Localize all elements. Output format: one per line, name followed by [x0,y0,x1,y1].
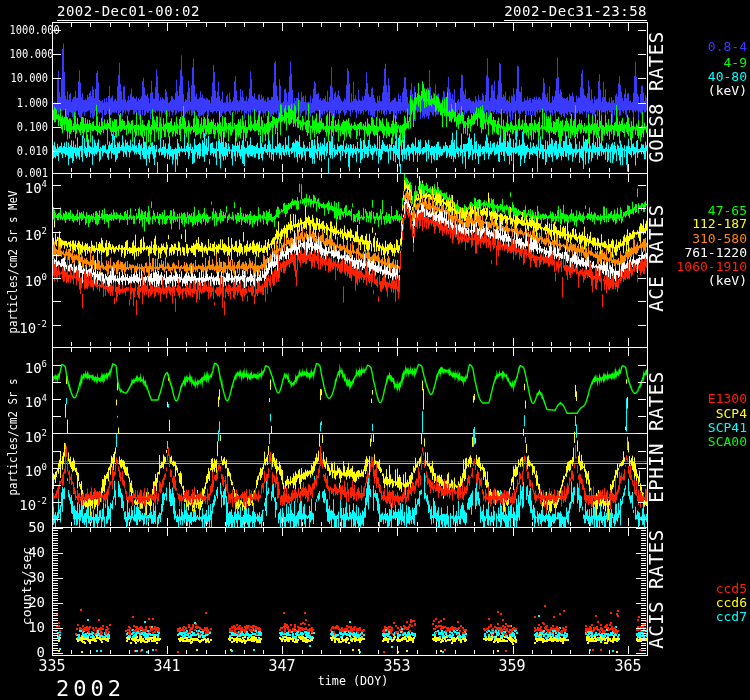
goes-ytick-100: 100.000 [10,47,48,61]
start-time-title: 2002-Dec01-00:02 [57,4,200,21]
x-axis-title: time (DOY) [290,674,416,688]
legend-acis-ccd5: ccd5 [716,582,747,596]
panel-label-ace: ACE RATES [645,204,667,311]
legend-ace-unit: (keV) [708,274,747,288]
x-tick-359: 359 [492,659,532,674]
acis-ytick-50: 50 [0,520,45,535]
x-tick-347: 347 [262,659,302,674]
ephin-ytick-1e-2: 10-2 [0,494,47,513]
panel-label-acis: ACIS RATES [645,529,667,648]
goes-ytick-1000: 1000.000 [10,23,48,37]
legend-ace-1060-1910: 1060-1910 [677,260,747,274]
panel-label-ephin: EPHIN RATES [645,371,667,502]
ephin-ytick-1e6: 106 [0,357,47,376]
goes-ytick-0p1: 0.100 [10,120,48,134]
legend-goes-40-80: 40-80 [708,70,747,84]
goes-ytick-0p01: 0.010 [10,144,48,158]
ephin-y-axis-title: particles/cm2 Sr s [6,378,20,495]
ace-y-axis-title: particles/cm2 Sr s MeV [6,190,20,333]
x-tick-353: 353 [377,659,417,674]
legend-ephin-sca00: SCA00 [708,435,747,449]
legend-ace-112-187: 112-187 [692,217,747,231]
legend-ephin-e1300: E1300 [708,392,747,406]
plot-canvas [0,0,750,700]
legend-goes-0p8-4: 0.8-4 [708,40,747,54]
end-time-title: 2002-Dec31-23:58 [504,4,647,21]
goes-ytick-10: 10.000 [10,71,48,85]
x-tick-365: 365 [608,659,648,674]
panel-label-goes8: GOES8 RATES [645,31,667,162]
x-tick-335: 335 [32,659,72,674]
legend-acis-ccd7: ccd7 [716,610,747,624]
radiation-monitor-plot: 2002-Dec01-00:02 2002-Dec31-23:58 1000.0… [0,0,750,700]
legend-ace-761-1220: 761-1220 [684,246,747,260]
legend-goes-unit: (keV) [708,84,747,98]
acis-y-axis-title: counts/sec [19,547,34,625]
x-tick-341: 341 [147,659,187,674]
legend-acis-ccd6: ccd6 [716,596,747,610]
legend-ace-310-580: 310-580 [692,232,747,246]
legend-ephin-scp41: SCP41 [708,421,747,435]
goes-ytick-1: 1.000 [10,96,48,110]
legend-ephin-scp4: SCP4 [716,407,747,421]
year-label: 2002 [56,678,125,700]
legend-goes-4-9: 4-9 [724,56,747,70]
